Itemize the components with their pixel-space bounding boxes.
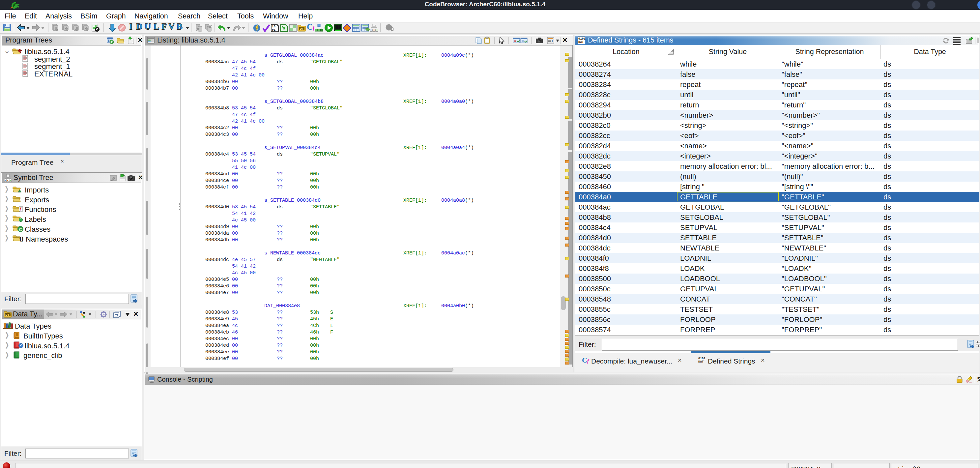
svg-text:01: 01 bbox=[272, 28, 275, 32]
svg-text:DT: DT bbox=[6, 313, 10, 317]
svg-text:DT: DT bbox=[300, 27, 304, 30]
svg-text:10: 10 bbox=[272, 25, 275, 28]
svg-text:C: C bbox=[19, 227, 22, 232]
